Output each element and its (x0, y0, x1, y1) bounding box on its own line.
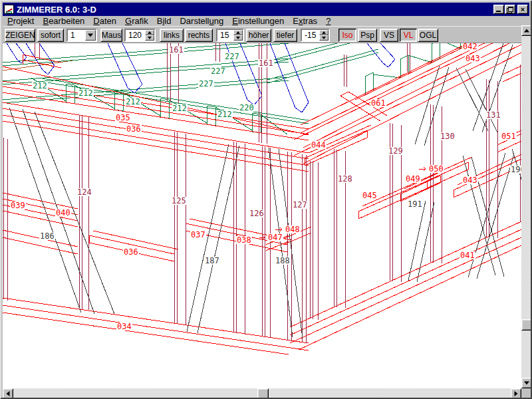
combo-arrow-icon (88, 34, 93, 37)
spin-down-icon (322, 37, 326, 39)
member-label-048: 048 (285, 225, 300, 234)
member-label-034: 034 (117, 322, 132, 331)
vl-toggle[interactable]: VL (400, 29, 417, 42)
tilt-spin-up-button[interactable] (319, 30, 329, 35)
member-label-220: 220 (239, 103, 254, 112)
close-icon: × (521, 5, 525, 13)
member-label-036: 036 (126, 124, 141, 134)
close-button[interactable]: × (517, 5, 528, 14)
menu-bar: ProjektBearbeitenDatenGrafikBildDarstell… (3, 16, 529, 26)
restore-button[interactable] (505, 5, 515, 14)
step-spin-up-button[interactable] (233, 30, 243, 35)
member-label-125: 125 (172, 196, 186, 205)
member-label-042: 042 (463, 43, 477, 51)
minimize-button[interactable] (493, 5, 504, 14)
scroll-up-icon (524, 29, 529, 33)
title-bar: ZIMMERER 6.0: 3-D × (3, 3, 529, 16)
ogl-toggle[interactable]: OGL (418, 29, 438, 42)
member-label-227: 227 (199, 79, 213, 88)
rechts-button[interactable]: rechts (185, 29, 213, 42)
member-label-041: 041 (460, 251, 475, 260)
scroll-left-button[interactable] (3, 388, 13, 399)
member-label-130: 130 (440, 132, 455, 141)
horizontal-scrollbar-thumb[interactable] (257, 388, 269, 399)
member-number-labels: 0350360360340370380390400410420430430440… (10, 43, 521, 331)
menu-item-grafik[interactable]: Grafik (122, 16, 152, 26)
maus-button[interactable]: Maus (100, 29, 122, 42)
vertical-scrollbar-thumb[interactable] (521, 319, 532, 331)
member-label-161: 161 (169, 45, 184, 55)
horizontal-scrollbar[interactable] (3, 388, 521, 399)
tilt-spin-down-button[interactable] (319, 35, 329, 41)
rotate-spin-up-button[interactable] (145, 30, 154, 35)
member-label-190: 190 (511, 165, 521, 174)
spin-up-icon (322, 31, 326, 34)
member-label-036: 036 (124, 247, 138, 257)
view-combobox-value: 1 (68, 30, 85, 41)
vertical-scrollbar-track[interactable] (521, 25, 532, 388)
step-spin-down-button[interactable] (233, 35, 243, 41)
scroll-left-icon (7, 391, 10, 396)
scroll-right-button[interactable] (511, 388, 521, 399)
menu-item-darstellung[interactable]: Darstellung (176, 16, 227, 26)
menu-item-extras[interactable]: Extras (289, 16, 321, 26)
member-label-050: 050 (429, 164, 444, 174)
scroll-up-button[interactable] (521, 25, 532, 36)
member-label-035: 035 (116, 113, 130, 122)
combo-dropdown-button[interactable] (85, 30, 96, 41)
scrollbar-corner (521, 388, 532, 399)
member-label-128: 128 (338, 174, 352, 184)
member-label-212: 212 (33, 81, 47, 90)
drawing-canvas[interactable]: 0350360360340370380390400410420430430440… (3, 43, 521, 388)
spin-down-icon (148, 37, 152, 39)
menu-item-bearbeiten[interactable]: Bearbeiten (39, 16, 88, 26)
rotate-spin-down-button[interactable] (145, 35, 154, 41)
member-label-129: 129 (388, 146, 403, 156)
member-label-047: 047 (268, 233, 283, 242)
scroll-down-icon (524, 382, 529, 385)
member-label-037: 037 (191, 230, 205, 239)
links-button[interactable]: links (160, 29, 184, 42)
member-label-051: 051 (501, 132, 516, 141)
tilt-spinner-value: -15 (302, 30, 319, 41)
menu-item-hilfe[interactable]: ? (323, 16, 334, 26)
window-title: ZIMMERER 6.0: 3-D (17, 5, 493, 15)
restore-icon (508, 7, 513, 12)
member-label-212: 212 (78, 88, 93, 98)
member-label-188: 188 (275, 256, 290, 265)
member-label-043: 043 (463, 176, 477, 185)
step-spinner-value: 15 (217, 30, 233, 41)
toolbar: ZEIGEN sofort 1 Maus 120 links rechts 15… (3, 26, 529, 43)
iso-toggle[interactable]: Iso (338, 29, 356, 42)
step-spinner[interactable]: 15 (216, 29, 244, 42)
member-label-187: 187 (205, 256, 219, 265)
vertical-scrollbar[interactable] (521, 25, 532, 388)
spin-up-icon (236, 31, 240, 34)
zeigen-button[interactable]: ZEIGEN (5, 29, 35, 42)
menu-item-bild[interactable]: Bild (154, 16, 175, 26)
member-label-227: 227 (225, 52, 239, 61)
menu-item-projekt[interactable]: Projekt (4, 16, 37, 26)
member-label-227: 227 (211, 66, 225, 76)
app-icon[interactable] (4, 5, 14, 14)
psp-toggle[interactable]: Psp (358, 29, 377, 42)
view-combobox[interactable]: 1 (66, 29, 97, 42)
member-label-191: 191 (408, 200, 422, 209)
rotate-spinner[interactable]: 120 (124, 29, 156, 42)
sofort-button[interactable]: sofort (37, 29, 64, 42)
member-label-212: 212 (172, 104, 187, 113)
menu-item-einstellungen[interactable]: Einstellungen (229, 16, 287, 26)
vs-toggle[interactable]: VS (380, 29, 398, 42)
member-label-043: 043 (466, 54, 480, 63)
member-label-039: 039 (11, 201, 25, 210)
member-label-212: 212 (126, 97, 140, 106)
tilt-spinner[interactable]: -15 (301, 29, 330, 42)
tiefer-button[interactable]: tiefer (273, 29, 297, 42)
hoeher-button[interactable]: höher (246, 29, 271, 42)
member-label-044: 044 (311, 140, 326, 150)
member-label-061: 061 (371, 98, 386, 108)
member-label-126: 126 (249, 209, 264, 218)
rotate-spinner-value: 120 (126, 30, 145, 41)
menu-item-daten[interactable]: Daten (90, 16, 120, 26)
scroll-down-button[interactable] (521, 378, 532, 388)
